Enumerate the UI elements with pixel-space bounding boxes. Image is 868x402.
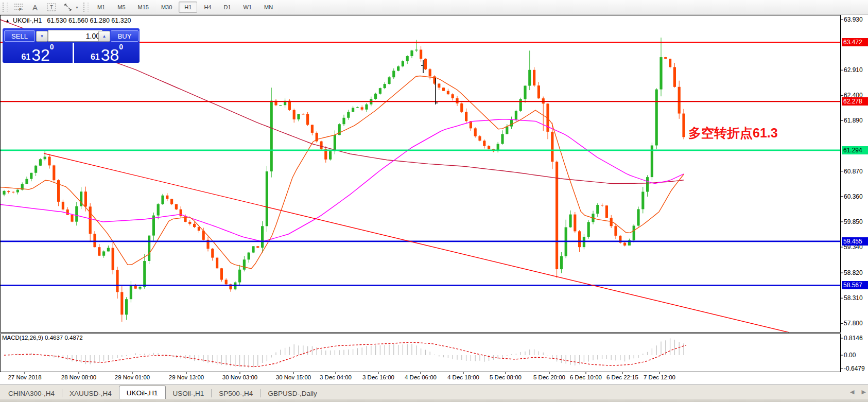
time-tick-label: 5 Dec 20:00: [533, 374, 565, 380]
price-tick-label: 61.890: [844, 117, 863, 124]
time-tick-label: 29 Nov 13:00: [169, 374, 204, 380]
volume-input[interactable]: [48, 30, 102, 42]
chart-tab-gbpusd-daily[interactable]: GBPUSD-,Daily: [261, 387, 324, 399]
time-tick-label: 30 Nov 15:00: [276, 374, 311, 380]
timeframe-button-h4[interactable]: H4: [198, 2, 217, 13]
macd-tick-label: 0.8146: [844, 335, 863, 342]
price-line-badge: 62.278: [842, 97, 868, 106]
top-toolbar: F A T ▼ M1M5M15M30H1H4D1W1MN: [0, 0, 868, 15]
buy-price-display[interactable]: 61 38 0: [74, 42, 140, 64]
chart-tab-sp500-h4[interactable]: SP500-,H4: [212, 387, 260, 399]
price-line-badge: 61.294: [842, 146, 868, 154]
time-tick-label: 5 Dec 08:00: [490, 374, 522, 380]
timeframe-button-m1[interactable]: M1: [92, 2, 111, 13]
tab-scroll-right-icon[interactable]: ▶: [862, 389, 866, 395]
toolbar-grip[interactable]: [3, 3, 8, 12]
chart-tab-bar: CHINA300-,H4XAUUSD-,H4UKOil-,H1USOil-,H1…: [0, 384, 868, 399]
timeframe-button-m5[interactable]: M5: [112, 2, 131, 13]
volume-increase-button[interactable]: ▲: [98, 31, 110, 42]
price-line-badge: 63.472: [842, 38, 868, 46]
label-tool-icon[interactable]: T: [44, 1, 59, 13]
chart-tab-xauusd-h4[interactable]: XAUUSD-,H4: [62, 387, 119, 399]
arrows-tool-dropdown-icon[interactable]: ▼: [75, 6, 79, 9]
timeframe-button-m15[interactable]: M15: [132, 2, 154, 13]
time-tick-label: 27 Nov 2018: [8, 374, 41, 380]
chart-symbol-timeframe: UKOil-,H1: [13, 17, 42, 24]
timeframe-button-m30[interactable]: M30: [155, 2, 178, 13]
chart-ohlc-values: 61.530 61.560 61.280 61.320: [47, 17, 131, 24]
sell-price-big: 32: [31, 48, 50, 63]
fibonacci-tool-icon[interactable]: F: [11, 1, 26, 13]
time-tick-label: 28 Nov 08:00: [61, 374, 96, 380]
trend-turning-point-annotation: 多空转折点61.3: [688, 125, 778, 142]
timeframe-button-h1[interactable]: H1: [179, 2, 197, 13]
sell-button[interactable]: SELL: [4, 30, 35, 42]
one-click-trading-panel: SELL ▼ ▲ BUY 61 32 0 61 38 0: [3, 28, 140, 63]
time-tick-label: 29 Nov 01:00: [115, 374, 150, 380]
time-tick-label: 3 Dec 04:00: [320, 374, 352, 380]
timeframe-button-d1[interactable]: D1: [218, 2, 236, 13]
timeframe-button-w1[interactable]: W1: [238, 2, 258, 13]
price-tick-label: 60.360: [844, 193, 863, 200]
time-tick-label: 4 Dec 06:00: [405, 374, 437, 380]
timeframe-button-group: M1M5M15M30H1H4D1W1MN: [91, 2, 279, 13]
chart-tab-china300-h4[interactable]: CHINA300-,H4: [1, 387, 62, 399]
svg-text:F: F: [19, 7, 22, 11]
timeframe-button-mn[interactable]: MN: [258, 2, 279, 13]
sell-price-display[interactable]: 61 32 0: [3, 42, 73, 64]
macd-tick-label: 0.00: [844, 352, 856, 359]
time-tick-label: 4 Dec 18:00: [447, 374, 479, 380]
buy-price-small: 61: [91, 53, 100, 63]
price-tick-label: 63.930: [844, 16, 863, 23]
price-tick-label: 59.850: [844, 218, 863, 225]
time-tick-label: 6 Dec 10:00: [570, 374, 602, 380]
price-tick-label: 58.820: [844, 269, 863, 276]
price-tick-label: 57.800: [844, 320, 863, 327]
time-tick-label: 3 Dec 16:00: [362, 374, 394, 380]
time-tick-label: 7 Dec 12:00: [644, 374, 675, 380]
macd-indicator-label: MACD(12,26,9) 0.4637 0.4872: [2, 335, 83, 341]
toolbar-grip2[interactable]: [83, 3, 89, 12]
sell-price-small: 61: [21, 53, 30, 63]
chart-tab-ukoil-h1[interactable]: UKOil-,H1: [119, 386, 166, 399]
sell-price-sup: 0: [50, 43, 54, 50]
buy-button[interactable]: BUY: [111, 30, 138, 42]
price-tick-label: 60.870: [844, 168, 863, 175]
chart-header: ▲UKOil-,H161.530 61.560 61.280 61.320: [5, 17, 131, 24]
svg-text:T: T: [50, 5, 53, 10]
collapse-quote-panel-icon[interactable]: ▲: [5, 18, 10, 23]
chart-tab-usoil-h1[interactable]: USOil-,H1: [166, 387, 212, 399]
arrows-tool-icon[interactable]: [61, 1, 75, 13]
buy-price-big: 38: [101, 48, 119, 63]
volume-decrease-button[interactable]: ▼: [36, 31, 48, 42]
buy-price-sup: 0: [119, 43, 123, 50]
price-tick-label: 58.310: [844, 294, 863, 302]
price-tick-label: 62.910: [844, 66, 863, 74]
price-line-badge: 59.455: [842, 237, 868, 246]
time-tick-label: 6 Dec 22:15: [606, 374, 638, 380]
macd-tick-label: -0.6479: [844, 365, 865, 372]
tab-scroll-left-icon[interactable]: ◀: [850, 389, 854, 395]
text-tool-icon[interactable]: A: [28, 1, 42, 13]
status-strip: [0, 399, 868, 402]
price-line-badge: 58.567: [842, 281, 868, 289]
time-tick-label: 30 Nov 03:00: [222, 374, 257, 380]
